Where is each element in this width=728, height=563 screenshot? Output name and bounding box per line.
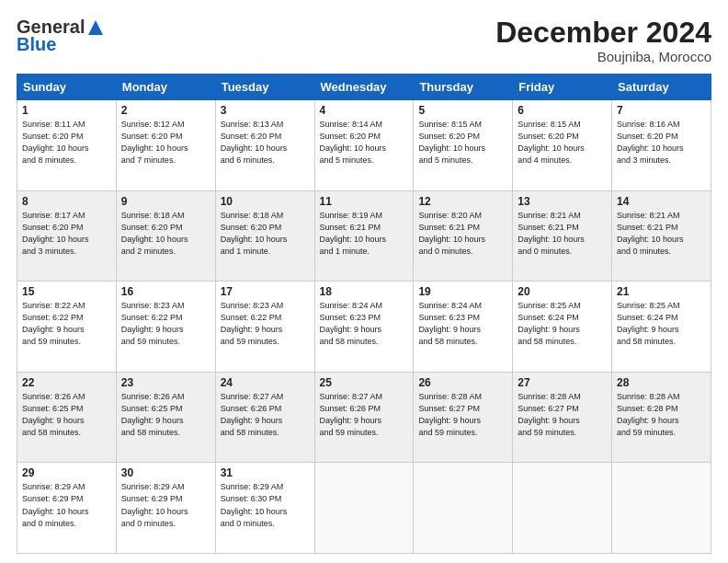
day-info: Sunrise: 8:11 AM Sunset: 6:20 PM Dayligh… xyxy=(22,119,111,167)
day-info: Sunrise: 8:25 AM Sunset: 6:24 PM Dayligh… xyxy=(518,300,607,348)
calendar-cell: 24Sunrise: 8:27 AM Sunset: 6:26 PM Dayli… xyxy=(215,372,314,463)
day-number: 25 xyxy=(320,376,409,389)
header-row: Sunday Monday Tuesday Wednesday Thursday… xyxy=(17,75,711,100)
calendar-cell xyxy=(612,463,711,554)
day-info: Sunrise: 8:24 AM Sunset: 6:23 PM Dayligh… xyxy=(418,300,507,348)
day-number: 1 xyxy=(22,104,111,117)
calendar-cell: 16Sunrise: 8:23 AM Sunset: 6:22 PM Dayli… xyxy=(116,282,215,373)
day-info: Sunrise: 8:16 AM Sunset: 6:20 PM Dayligh… xyxy=(617,119,706,167)
calendar-cell: 29Sunrise: 8:29 AM Sunset: 6:29 PM Dayli… xyxy=(17,463,117,554)
day-number: 10 xyxy=(221,195,310,208)
day-info: Sunrise: 8:22 AM Sunset: 6:22 PM Dayligh… xyxy=(22,300,111,348)
day-info: Sunrise: 8:19 AM Sunset: 6:21 PM Dayligh… xyxy=(320,210,409,258)
calendar-cell: 1Sunrise: 8:11 AM Sunset: 6:20 PM Daylig… xyxy=(17,100,117,191)
header-sunday: Sunday xyxy=(17,75,117,100)
logo: General Blue xyxy=(17,17,105,55)
calendar-cell: 13Sunrise: 8:21 AM Sunset: 6:21 PM Dayli… xyxy=(513,190,612,282)
calendar-cell: 22Sunrise: 8:26 AM Sunset: 6:25 PM Dayli… xyxy=(17,372,117,463)
day-number: 19 xyxy=(418,285,507,298)
header-friday: Friday xyxy=(513,75,612,100)
day-number: 30 xyxy=(121,466,210,479)
day-info: Sunrise: 8:17 AM Sunset: 6:20 PM Dayligh… xyxy=(22,210,111,258)
day-info: Sunrise: 8:15 AM Sunset: 6:20 PM Dayligh… xyxy=(418,119,507,167)
day-info: Sunrise: 8:27 AM Sunset: 6:26 PM Dayligh… xyxy=(320,391,409,439)
day-info: Sunrise: 8:23 AM Sunset: 6:22 PM Dayligh… xyxy=(121,300,210,348)
calendar-cell: 23Sunrise: 8:26 AM Sunset: 6:25 PM Dayli… xyxy=(116,372,215,463)
calendar-cell: 27Sunrise: 8:28 AM Sunset: 6:27 PM Dayli… xyxy=(513,372,612,463)
calendar-cell: 18Sunrise: 8:24 AM Sunset: 6:23 PM Dayli… xyxy=(314,282,414,373)
calendar-cell: 2Sunrise: 8:12 AM Sunset: 6:20 PM Daylig… xyxy=(116,100,215,191)
day-info: Sunrise: 8:12 AM Sunset: 6:20 PM Dayligh… xyxy=(121,119,210,167)
logo-blue-text: Blue xyxy=(17,34,56,55)
calendar-week-1: 1Sunrise: 8:11 AM Sunset: 6:20 PM Daylig… xyxy=(17,100,711,191)
calendar-cell: 10Sunrise: 8:18 AM Sunset: 6:20 PM Dayli… xyxy=(215,190,314,282)
calendar-cell xyxy=(513,463,612,554)
day-number: 28 xyxy=(617,376,706,389)
location: Boujniba, Morocco xyxy=(495,49,711,64)
calendar-cell: 21Sunrise: 8:25 AM Sunset: 6:24 PM Dayli… xyxy=(612,282,711,373)
day-number: 11 xyxy=(320,195,409,208)
day-info: Sunrise: 8:25 AM Sunset: 6:24 PM Dayligh… xyxy=(617,300,706,348)
header: General Blue December 2024 Boujniba, Mor… xyxy=(17,17,711,64)
day-number: 20 xyxy=(518,285,607,298)
day-info: Sunrise: 8:21 AM Sunset: 6:21 PM Dayligh… xyxy=(617,210,706,258)
page: General Blue December 2024 Boujniba, Mor… xyxy=(0,0,728,563)
day-info: Sunrise: 8:21 AM Sunset: 6:21 PM Dayligh… xyxy=(518,210,607,258)
day-number: 2 xyxy=(121,104,210,117)
calendar-cell: 7Sunrise: 8:16 AM Sunset: 6:20 PM Daylig… xyxy=(612,100,711,191)
day-info: Sunrise: 8:26 AM Sunset: 6:25 PM Dayligh… xyxy=(22,391,111,439)
day-info: Sunrise: 8:24 AM Sunset: 6:23 PM Dayligh… xyxy=(320,300,409,348)
day-info: Sunrise: 8:23 AM Sunset: 6:22 PM Dayligh… xyxy=(221,300,310,348)
header-thursday: Thursday xyxy=(414,75,513,100)
calendar-week-2: 8Sunrise: 8:17 AM Sunset: 6:20 PM Daylig… xyxy=(17,190,711,282)
day-number: 9 xyxy=(121,195,210,208)
header-monday: Monday xyxy=(116,75,215,100)
day-number: 24 xyxy=(221,376,310,389)
calendar-cell: 3Sunrise: 8:13 AM Sunset: 6:20 PM Daylig… xyxy=(215,100,314,191)
day-info: Sunrise: 8:29 AM Sunset: 6:29 PM Dayligh… xyxy=(121,481,210,529)
calendar-week-4: 22Sunrise: 8:26 AM Sunset: 6:25 PM Dayli… xyxy=(17,372,711,463)
day-info: Sunrise: 8:18 AM Sunset: 6:20 PM Dayligh… xyxy=(121,210,210,258)
day-number: 23 xyxy=(121,376,210,389)
day-info: Sunrise: 8:29 AM Sunset: 6:29 PM Dayligh… xyxy=(22,481,111,529)
day-info: Sunrise: 8:28 AM Sunset: 6:28 PM Dayligh… xyxy=(617,391,706,439)
calendar-table: Sunday Monday Tuesday Wednesday Thursday… xyxy=(17,74,711,554)
day-number: 27 xyxy=(518,376,607,389)
day-info: Sunrise: 8:29 AM Sunset: 6:30 PM Dayligh… xyxy=(221,481,310,529)
month-title: December 2024 xyxy=(495,17,711,49)
day-info: Sunrise: 8:28 AM Sunset: 6:27 PM Dayligh… xyxy=(418,391,507,439)
calendar-cell: 17Sunrise: 8:23 AM Sunset: 6:22 PM Dayli… xyxy=(215,282,314,373)
day-number: 26 xyxy=(418,376,507,389)
logo-icon xyxy=(86,18,105,37)
day-info: Sunrise: 8:14 AM Sunset: 6:20 PM Dayligh… xyxy=(320,119,409,167)
day-number: 14 xyxy=(617,195,706,208)
title-area: December 2024 Boujniba, Morocco xyxy=(495,17,711,64)
day-info: Sunrise: 8:15 AM Sunset: 6:20 PM Dayligh… xyxy=(518,119,607,167)
day-number: 16 xyxy=(121,285,210,298)
calendar-cell xyxy=(414,463,513,554)
day-info: Sunrise: 8:27 AM Sunset: 6:26 PM Dayligh… xyxy=(221,391,310,439)
calendar-cell: 12Sunrise: 8:20 AM Sunset: 6:21 PM Dayli… xyxy=(414,190,513,282)
calendar-cell: 30Sunrise: 8:29 AM Sunset: 6:29 PM Dayli… xyxy=(116,463,215,554)
day-number: 6 xyxy=(518,104,607,117)
day-number: 4 xyxy=(320,104,409,117)
header-saturday: Saturday xyxy=(612,75,711,100)
day-info: Sunrise: 8:28 AM Sunset: 6:27 PM Dayligh… xyxy=(518,391,607,439)
calendar-cell: 8Sunrise: 8:17 AM Sunset: 6:20 PM Daylig… xyxy=(17,190,117,282)
day-number: 3 xyxy=(221,104,310,117)
calendar-cell: 9Sunrise: 8:18 AM Sunset: 6:20 PM Daylig… xyxy=(116,190,215,282)
calendar-week-5: 29Sunrise: 8:29 AM Sunset: 6:29 PM Dayli… xyxy=(17,463,711,554)
header-tuesday: Tuesday xyxy=(215,75,314,100)
calendar-cell: 19Sunrise: 8:24 AM Sunset: 6:23 PM Dayli… xyxy=(414,282,513,373)
day-number: 18 xyxy=(320,285,409,298)
calendar-cell: 15Sunrise: 8:22 AM Sunset: 6:22 PM Dayli… xyxy=(17,282,117,373)
svg-marker-0 xyxy=(88,20,103,35)
day-number: 8 xyxy=(22,195,111,208)
calendar-cell: 31Sunrise: 8:29 AM Sunset: 6:30 PM Dayli… xyxy=(215,463,314,554)
calendar-cell: 14Sunrise: 8:21 AM Sunset: 6:21 PM Dayli… xyxy=(612,190,711,282)
day-number: 5 xyxy=(418,104,507,117)
header-wednesday: Wednesday xyxy=(314,75,414,100)
day-info: Sunrise: 8:20 AM Sunset: 6:21 PM Dayligh… xyxy=(418,210,507,258)
day-info: Sunrise: 8:13 AM Sunset: 6:20 PM Dayligh… xyxy=(221,119,310,167)
calendar-cell: 4Sunrise: 8:14 AM Sunset: 6:20 PM Daylig… xyxy=(314,100,414,191)
